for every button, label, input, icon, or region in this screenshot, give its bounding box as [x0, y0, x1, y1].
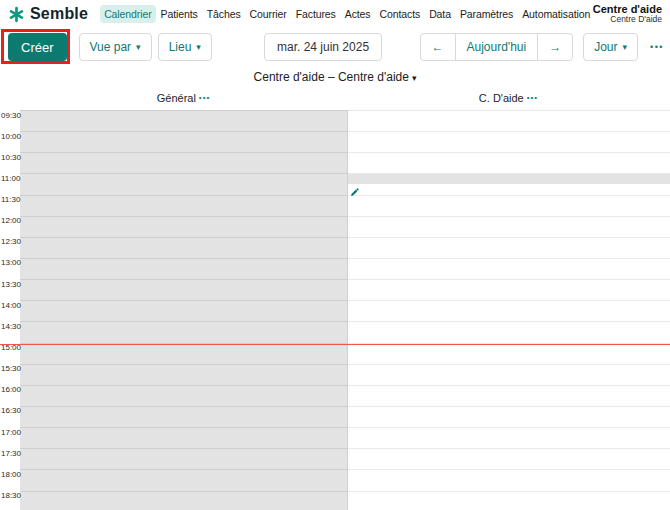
time-cell: 16:00: [0, 385, 20, 406]
time-cell: 14:30: [0, 321, 20, 342]
time-label: 15:30: [1, 364, 21, 373]
prev-day-button[interactable]: ←: [420, 33, 456, 61]
chevron-down-icon: ▾: [623, 43, 628, 52]
brand-name: Semble: [30, 5, 88, 23]
location-label: Lieu: [169, 40, 192, 54]
grid-row: [20, 427, 670, 448]
view-mode-label: Jour: [594, 40, 617, 54]
chevron-down-icon: ▾: [412, 73, 417, 83]
grid-row: [20, 237, 670, 258]
column-divider: [347, 110, 348, 510]
time-cell: 15:00: [0, 343, 20, 364]
nav-item[interactable]: Automatisation: [518, 5, 594, 23]
grid-row: [20, 343, 670, 364]
chevron-down-icon: ▾: [196, 43, 201, 52]
location-selector[interactable]: Centre d'aide – Centre d'aide▾: [0, 66, 670, 88]
toolbar-left-group: Créer Vue par ▾ Lieu ▾: [8, 33, 212, 61]
nav-item[interactable]: Calendrier: [100, 5, 155, 23]
grid-row: [20, 195, 670, 216]
time-cell: 11:00: [0, 173, 20, 194]
grid-row: [20, 173, 670, 194]
time-label: 16:30: [1, 406, 21, 415]
nav-item[interactable]: Contacts: [376, 5, 425, 23]
grid-row: [20, 491, 670, 510]
time-cell: 16:30: [0, 406, 20, 427]
time-label: 11:00: [1, 174, 20, 183]
date-button[interactable]: mar. 24 juin 2025: [264, 33, 382, 61]
time-gutter: 09:30 10:00 10:30 11:00 11:30 12:00 12: [0, 110, 20, 510]
time-cell: 09:30: [0, 110, 20, 131]
grid-row: [20, 448, 670, 469]
time-label: 13:30: [1, 280, 21, 289]
nav-item[interactable]: Paramètres: [456, 5, 517, 23]
grid-row: [20, 406, 670, 427]
nav-item[interactable]: Actes: [341, 5, 375, 23]
time-cell: 17:30: [0, 448, 20, 469]
nav-item[interactable]: Factures: [292, 5, 340, 23]
time-label: 14:00: [1, 301, 21, 310]
time-label: 14:30: [1, 322, 21, 331]
nav-item[interactable]: Courrier: [246, 5, 291, 23]
time-label: 18:00: [1, 470, 21, 479]
column-header-aide: C. D'aide•••: [347, 92, 670, 104]
view-by-label: Vue par: [90, 40, 132, 54]
semble-logo-icon: [8, 6, 25, 23]
top-nav-bar: Semble CalendrierPatientsTâchesCourrierF…: [0, 0, 670, 28]
pencil-icon: [350, 187, 360, 197]
account-switcher[interactable]: Centre d'aide Centre D'aide: [593, 3, 662, 25]
calendar-column-headers: Général••• C. D'aide•••: [0, 88, 670, 110]
grid-row: [20, 258, 670, 279]
column-more-icon[interactable]: •••: [527, 93, 538, 102]
time-cell: 10:00: [0, 131, 20, 152]
view-mode-button[interactable]: Jour ▾: [583, 33, 638, 61]
time-label: 12:00: [1, 216, 21, 225]
time-cell: 11:30: [0, 195, 20, 216]
time-cell: 10:30: [0, 152, 20, 173]
column-header-general: Général•••: [20, 92, 347, 104]
column-label: Général: [157, 92, 196, 104]
calendar-toolbar: Créer Vue par ▾ Lieu ▾ mar. 24 juin 2025…: [0, 28, 670, 66]
time-label: 10:30: [1, 153, 21, 162]
today-button[interactable]: Aujourd'hui: [455, 33, 539, 61]
time-label: 13:00: [1, 258, 21, 267]
location-button[interactable]: Lieu ▾: [158, 33, 212, 61]
grid-row: [20, 300, 670, 321]
create-button[interactable]: Créer: [8, 33, 67, 61]
account-subname: Centre D'aide: [593, 15, 662, 25]
next-day-button[interactable]: →: [537, 33, 573, 61]
toolbar-more-icon[interactable]: •••: [648, 36, 666, 58]
time-cell: 15:30: [0, 364, 20, 385]
grid-row: [20, 110, 670, 131]
calendar-grid[interactable]: 09:30 10:00 10:30 11:00 11:30 12:00 12: [0, 110, 670, 510]
grid-row: [20, 469, 670, 490]
toolbar-right-group: ← Aujourd'hui → Jour ▾ •••: [420, 33, 667, 61]
time-cell: 13:30: [0, 279, 20, 300]
nav-item[interactable]: Data: [425, 5, 455, 23]
time-cell: 12:00: [0, 216, 20, 237]
column-label: C. D'aide: [479, 92, 524, 104]
grid-lines: [20, 110, 670, 510]
view-by-button[interactable]: Vue par ▾: [79, 33, 152, 61]
time-label: 16:00: [1, 385, 21, 394]
date-nav-group: ← Aujourd'hui →: [420, 33, 574, 61]
time-cell: 18:00: [0, 469, 20, 490]
grid-row: [20, 364, 670, 385]
grid-row: [20, 216, 670, 237]
time-cell: 18:30: [0, 491, 20, 510]
grid-row: [20, 152, 670, 173]
time-cell: 14:00: [0, 300, 20, 321]
time-label: 09:30: [1, 111, 21, 120]
nav-item[interactable]: Patients: [157, 5, 202, 23]
grid-row: [20, 279, 670, 300]
time-cell: 13:00: [0, 258, 20, 279]
time-label: 17:00: [1, 428, 21, 437]
location-selector-label: Centre d'aide – Centre d'aide: [254, 70, 409, 84]
nav-item[interactable]: Tâches: [203, 5, 245, 23]
grid-row: [20, 385, 670, 406]
time-cell: 12:30: [0, 237, 20, 258]
time-label: 17:30: [1, 449, 21, 458]
column-more-icon[interactable]: •••: [199, 93, 210, 102]
time-label: 18:30: [1, 491, 21, 500]
time-label: 10:00: [1, 132, 21, 141]
main-nav: CalendrierPatientsTâchesCourrierFactures…: [100, 5, 593, 23]
